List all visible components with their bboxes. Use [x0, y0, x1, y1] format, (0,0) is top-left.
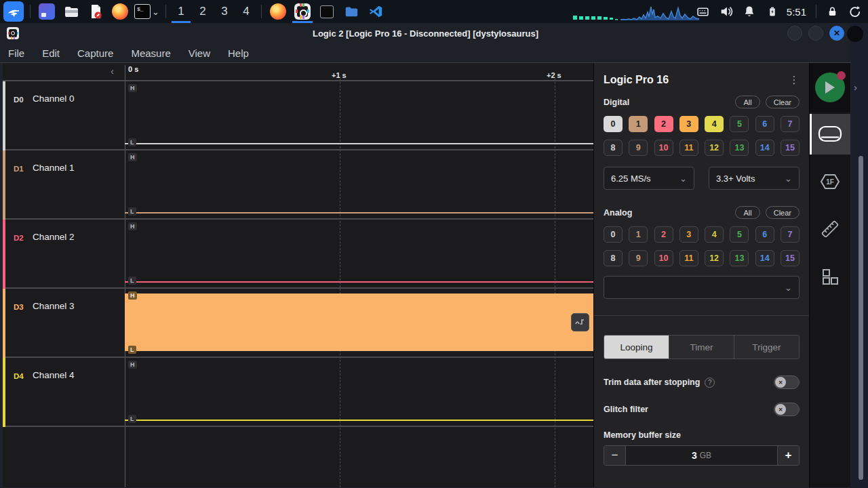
- digital-channel-button[interactable]: 13: [730, 140, 749, 156]
- channel-name[interactable]: Channel 3: [33, 301, 75, 311]
- chevron-down-icon[interactable]: ⌄: [152, 7, 159, 17]
- workspace-4-button[interactable]: 4: [235, 0, 257, 23]
- analog-all-button[interactable]: All: [735, 206, 760, 219]
- start-capture-button[interactable]: [815, 73, 845, 102]
- task-files-button[interactable]: [339, 0, 363, 23]
- channel-row-d3[interactable]: D3 Channel 3 H L: [0, 289, 593, 358]
- volume-tray-button[interactable]: [716, 1, 736, 22]
- task-logic-button[interactable]: [290, 0, 315, 23]
- glitch-filter-toggle[interactable]: ✕: [774, 403, 800, 416]
- keyboard-tray-button[interactable]: [693, 1, 713, 22]
- analog-channel-button[interactable]: 2: [654, 226, 673, 243]
- menu-capture[interactable]: Capture: [77, 47, 113, 59]
- memory-value-field[interactable]: 3 GB: [626, 446, 777, 465]
- analog-channel-button[interactable]: 12: [705, 250, 724, 266]
- digital-channel-button[interactable]: 7: [781, 116, 800, 132]
- lock-screen-button[interactable]: [822, 1, 842, 22]
- channel-name[interactable]: Channel 1: [33, 163, 75, 173]
- app-dashboard-button[interactable]: [37, 1, 57, 22]
- tab-looping[interactable]: Looping: [604, 336, 669, 359]
- workspace-1-button[interactable]: 1: [170, 0, 192, 23]
- channel-row-d1[interactable]: D1 Channel 1 H L: [0, 150, 593, 220]
- menu-help[interactable]: Help: [228, 47, 249, 59]
- window-titlebar[interactable]: Logic 2 [Logic Pro 16 - Disconnected] [d…: [0, 23, 851, 43]
- analog-channel-button[interactable]: 1: [629, 226, 648, 243]
- task-terminal-button[interactable]: [315, 0, 339, 23]
- waveform-area[interactable]: H L: [125, 289, 593, 357]
- protocol-analyzers-button[interactable]: 1F: [810, 161, 850, 202]
- channel-row-d0[interactable]: D0 Channel 0 H L: [0, 81, 593, 150]
- analog-channel-button[interactable]: 11: [679, 250, 698, 266]
- digital-channel-button[interactable]: 5: [730, 116, 749, 132]
- digital-channel-button[interactable]: 11: [679, 140, 698, 156]
- voltage-select[interactable]: 3.3+ Volts ⌄: [709, 167, 800, 190]
- increase-buffer-button[interactable]: +: [777, 446, 799, 465]
- digital-channel-button[interactable]: 9: [629, 140, 648, 156]
- logout-button[interactable]: [845, 1, 865, 22]
- channel-row-d2[interactable]: D2 Channel 2 H L: [0, 220, 593, 289]
- capture-view[interactable]: ‹ 0 s +1 s +2 s D0 Channel 0 H L D1: [0, 63, 593, 487]
- analog-channel-button[interactable]: 0: [604, 226, 623, 243]
- waveform-area[interactable]: H L: [125, 150, 593, 218]
- analog-channel-button[interactable]: 4: [705, 226, 724, 243]
- digital-channel-button[interactable]: 15: [781, 140, 800, 156]
- digital-channel-button[interactable]: 14: [755, 140, 774, 156]
- digital-channel-button[interactable]: 2: [654, 116, 673, 132]
- analog-channel-button[interactable]: 6: [755, 226, 774, 243]
- digital-clear-button[interactable]: Clear: [766, 96, 800, 108]
- terminal-launcher-button[interactable]: $_ ⌄: [134, 1, 159, 22]
- waveform-area[interactable]: H L: [125, 358, 593, 426]
- menu-view[interactable]: View: [189, 47, 210, 59]
- analog-channel-button[interactable]: 5: [730, 226, 749, 243]
- minimize-button[interactable]: [787, 26, 802, 41]
- channel-name[interactable]: Channel 4: [33, 370, 75, 380]
- menu-file[interactable]: File: [8, 47, 24, 59]
- digital-channel-button[interactable]: 1: [629, 116, 648, 132]
- analog-channel-button[interactable]: 13: [730, 250, 749, 266]
- waveform-area[interactable]: H L: [125, 81, 593, 149]
- analog-channel-button[interactable]: 7: [781, 226, 800, 243]
- digital-all-button[interactable]: All: [735, 96, 760, 108]
- notifications-tray-button[interactable]: [739, 1, 760, 22]
- digital-channel-button[interactable]: 8: [604, 140, 623, 156]
- extensions-button[interactable]: [810, 256, 850, 297]
- tab-timer[interactable]: Timer: [669, 336, 734, 359]
- kebab-menu-icon[interactable]: ⋮: [789, 74, 800, 86]
- digital-channel-button[interactable]: 12: [705, 140, 724, 156]
- analog-channel-button[interactable]: 8: [604, 250, 623, 266]
- timeline-header[interactable]: ‹ 0 s +1 s +2 s: [0, 63, 593, 81]
- workspace-3-button[interactable]: 3: [214, 0, 235, 23]
- digital-channel-button[interactable]: 3: [679, 116, 698, 132]
- decrease-buffer-button[interactable]: −: [604, 446, 626, 465]
- system-monitor-widget[interactable]: [572, 0, 701, 23]
- jump-to-edge-button[interactable]: [571, 313, 589, 331]
- analog-channel-button[interactable]: 10: [654, 250, 673, 266]
- workspace-2-button[interactable]: 2: [192, 0, 214, 23]
- tab-trigger[interactable]: Trigger: [734, 336, 799, 359]
- digital-channel-button[interactable]: 10: [654, 140, 673, 156]
- task-firefox-button[interactable]: [266, 0, 290, 23]
- sample-rate-select[interactable]: 6.25 MS/s ⌄: [604, 167, 694, 190]
- analog-rate-select[interactable]: ⌄: [604, 276, 800, 299]
- kali-menu-button[interactable]: [3, 1, 24, 22]
- analog-clear-button[interactable]: Clear: [766, 206, 800, 219]
- digital-channel-button[interactable]: 0: [604, 116, 623, 132]
- task-vscode-button[interactable]: [363, 0, 388, 23]
- menu-edit[interactable]: Edit: [42, 47, 60, 59]
- firefox-launcher-button[interactable]: [110, 1, 130, 22]
- pan-left-button[interactable]: ‹: [111, 66, 114, 76]
- digital-channel-button[interactable]: 6: [755, 116, 774, 132]
- clock[interactable]: 5:51: [787, 6, 806, 18]
- scrollbar-thumb[interactable]: [859, 156, 863, 480]
- analog-channel-button[interactable]: 9: [629, 250, 648, 266]
- analog-channel-button[interactable]: 3: [679, 226, 698, 243]
- analog-channel-button[interactable]: 15: [781, 250, 800, 266]
- measurements-button[interactable]: [810, 209, 850, 249]
- battery-tray-button[interactable]: [762, 1, 783, 22]
- channel-name[interactable]: Channel 2: [33, 232, 75, 242]
- menu-measure[interactable]: Measure: [131, 47, 170, 59]
- digital-channel-button[interactable]: 4: [705, 116, 724, 132]
- trim-toggle[interactable]: ✕: [774, 375, 800, 389]
- help-icon[interactable]: ?: [705, 378, 715, 388]
- file-manager-button[interactable]: [61, 1, 81, 22]
